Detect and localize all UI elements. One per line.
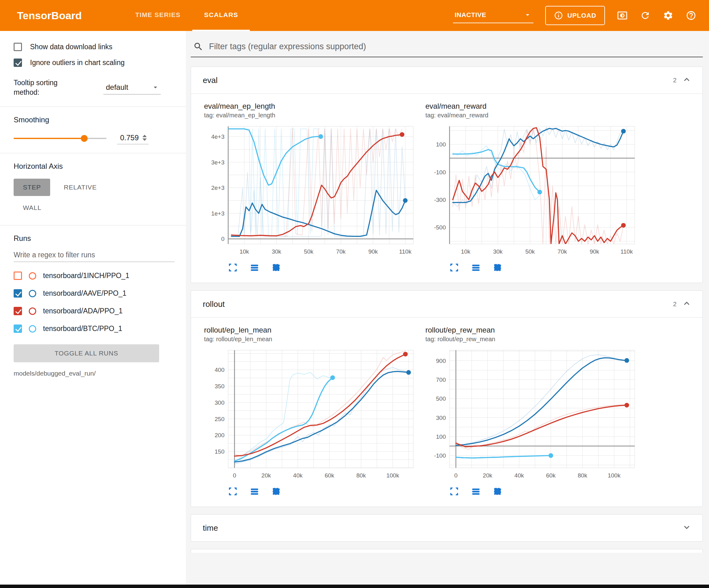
tooltip-sorting-dropdown[interactable]: default xyxy=(103,81,161,95)
smoothing-label: Smoothing xyxy=(14,116,175,124)
slider-thumb[interactable] xyxy=(81,135,88,142)
horizontal-axis-label: Horizontal Axis xyxy=(14,162,175,171)
svg-text:70k: 70k xyxy=(336,248,346,255)
svg-text:30k: 30k xyxy=(272,248,282,255)
axis-relative-button[interactable]: RELATIVE xyxy=(54,179,106,196)
svg-text:70k: 70k xyxy=(558,248,567,255)
upload-button-label: UPLOAD xyxy=(568,12,596,19)
dashboard-main: eval 2 eval/mean_ep_length tag: eval/mea… xyxy=(186,31,709,585)
runs-heading: Runs xyxy=(14,234,175,243)
ignore-outliers-row[interactable]: Ignore outliers in chart scaling xyxy=(14,58,175,67)
chart-expand-icon[interactable] xyxy=(228,487,237,497)
run-label: tensorboard/BTC/PPO_1 xyxy=(43,325,122,333)
line-chart-plot[interactable]: 020k40k60k80k100k-100100300500700900 xyxy=(425,348,639,482)
svg-text:3e+3: 3e+3 xyxy=(211,159,225,165)
svg-text:-100: -100 xyxy=(434,452,446,459)
svg-text:60k: 60k xyxy=(325,472,334,479)
slider-fill xyxy=(14,138,84,139)
show-download-links-label: Show data download links xyxy=(30,43,112,51)
run-item-aave[interactable]: tensorboard/AAVE/PPO_1 xyxy=(14,285,175,302)
chevron-down-icon xyxy=(151,83,159,91)
search-icon xyxy=(193,42,203,52)
section-header-eval[interactable]: eval 2 xyxy=(191,67,703,94)
run-color-circle-icon xyxy=(29,307,36,315)
line-chart-plot[interactable]: 020k40k60k80k100k150200250300350400 xyxy=(204,348,418,482)
run-color-circle-icon xyxy=(29,325,36,333)
chart-data-table-icon[interactable] xyxy=(471,487,480,497)
chart-expand-icon[interactable] xyxy=(450,487,459,497)
section-title: eval xyxy=(203,76,218,85)
chart-fit-domain-icon[interactable] xyxy=(493,487,502,497)
chart-expand-icon[interactable] xyxy=(228,263,237,274)
toggle-all-runs-button[interactable]: TOGGLE ALL RUNS xyxy=(14,344,159,362)
chart-expand-icon[interactable] xyxy=(450,263,459,274)
svg-text:-500: -500 xyxy=(434,224,446,231)
svg-text:80k: 80k xyxy=(357,472,366,479)
section-header-time[interactable]: time xyxy=(191,515,703,541)
chart-data-table-icon[interactable] xyxy=(250,487,259,497)
tag-filter-input[interactable] xyxy=(209,42,702,51)
upload-button[interactable]: UPLOAD xyxy=(545,6,605,25)
show-download-links-row[interactable]: Show data download links xyxy=(14,43,175,51)
run-checkbox[interactable] xyxy=(14,325,22,333)
line-chart-plot[interactable]: 10k30k50k70k90k110k01e+32e+33e+34e+3 xyxy=(204,124,418,258)
svg-text:10k: 10k xyxy=(461,248,471,255)
svg-text:50k: 50k xyxy=(525,248,535,255)
chart-data-table-icon[interactable] xyxy=(471,263,480,274)
svg-text:1e+3: 1e+3 xyxy=(211,210,225,217)
chart-fit-domain-icon[interactable] xyxy=(271,487,281,497)
status-dropdown-value: INACTIVE xyxy=(455,11,487,19)
section-card-rollout: rollout 2 rollout/ep_len_mean tag: rollo… xyxy=(191,290,703,507)
axis-wall-button[interactable]: WALL xyxy=(14,199,51,216)
tooltip-sorting-value: default xyxy=(106,83,128,92)
collapse-chevron-icon[interactable] xyxy=(681,298,692,310)
help-icon[interactable] xyxy=(685,10,697,21)
chart-fit-domain-icon[interactable] xyxy=(271,263,281,274)
axis-step-button[interactable]: STEP xyxy=(14,179,50,196)
runs-filter-input[interactable] xyxy=(14,251,175,259)
chart-title: eval/mean_ep_length xyxy=(204,102,425,110)
smoothing-slider[interactable] xyxy=(14,138,106,139)
brightness-icon[interactable] xyxy=(617,10,628,21)
tab-scalars[interactable]: SCALARS xyxy=(192,0,250,31)
tag-filter-field xyxy=(191,40,703,57)
chart-tag: tag: eval/mean_ep_length xyxy=(204,112,425,119)
run-item-btc[interactable]: tensorboard/BTC/PPO_1 xyxy=(14,320,175,337)
runs-logdir-label: models/debugged_eval_run/ xyxy=(14,370,175,377)
settings-gear-icon[interactable] xyxy=(662,10,674,21)
show-download-links-checkbox[interactable] xyxy=(14,43,22,51)
spinner-arrows-icon[interactable] xyxy=(142,135,147,141)
svg-text:200: 200 xyxy=(215,432,225,438)
svg-text:40k: 40k xyxy=(293,472,303,479)
run-color-circle-icon xyxy=(29,272,36,280)
run-checkbox[interactable] xyxy=(14,289,22,298)
section-title: rollout xyxy=(203,300,225,309)
refresh-icon[interactable] xyxy=(640,10,651,21)
chart-tag: tag: rollout/ep_rew_mean xyxy=(425,336,647,343)
smoothing-value-input[interactable]: 0.759 xyxy=(117,132,149,144)
ignore-outliers-checkbox[interactable] xyxy=(14,58,22,67)
run-item-1inch[interactable]: tensorboard/1INCH/PPO_1 xyxy=(14,267,175,285)
svg-text:110k: 110k xyxy=(621,248,633,255)
run-checkbox[interactable] xyxy=(14,307,22,315)
svg-text:40k: 40k xyxy=(515,472,524,479)
chart-data-table-icon[interactable] xyxy=(250,263,259,274)
section-header-rollout[interactable]: rollout 2 xyxy=(191,291,703,317)
svg-text:100k: 100k xyxy=(608,472,621,479)
status-dropdown[interactable]: INACTIVE xyxy=(453,8,533,23)
chart-container: eval/mean_reward tag: eval/mean_reward 1… xyxy=(425,102,647,274)
ignore-outliers-label: Ignore outliers in chart scaling xyxy=(30,58,125,67)
svg-text:50k: 50k xyxy=(304,248,314,255)
collapse-chevron-icon[interactable] xyxy=(681,74,692,86)
sidebar-divider xyxy=(0,106,186,107)
tab-time-series[interactable]: TIME SERIES xyxy=(124,0,192,31)
chart-fit-domain-icon[interactable] xyxy=(493,263,502,274)
run-checkbox[interactable] xyxy=(14,272,22,280)
run-item-ada[interactable]: tensorboard/ADA/PPO_1 xyxy=(14,302,175,320)
line-chart-plot[interactable]: 10k30k50k70k90k110k100-100-300-500 xyxy=(425,124,639,258)
svg-text:20k: 20k xyxy=(261,472,271,479)
chart-tag: tag: rollout/ep_len_mean xyxy=(204,336,425,343)
svg-text:0: 0 xyxy=(233,472,236,479)
run-color-circle-icon xyxy=(29,290,36,297)
collapse-chevron-icon[interactable] xyxy=(681,522,692,534)
